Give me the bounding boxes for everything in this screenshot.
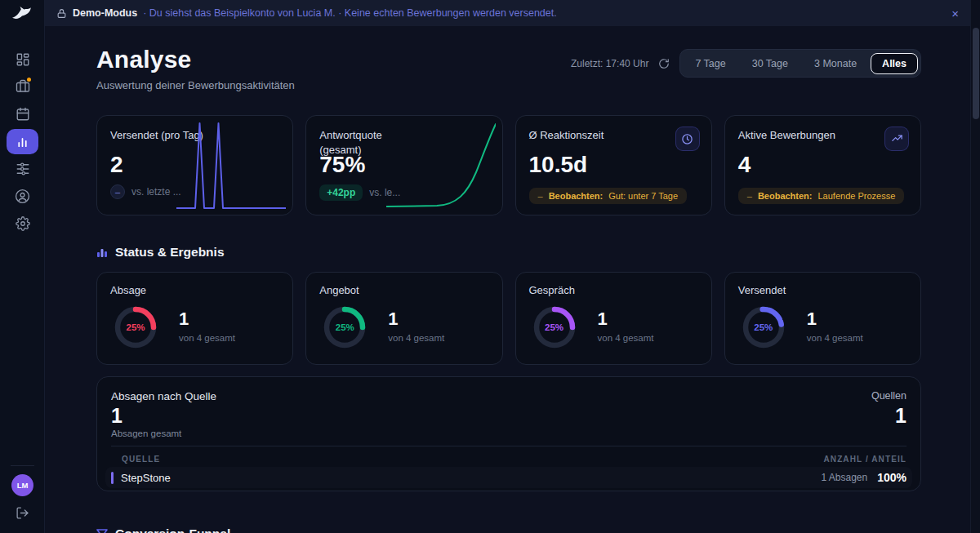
app-bird-logo-icon[interactable] bbox=[10, 4, 34, 24]
donut-percent-label: 25% bbox=[323, 305, 367, 349]
donut-chart-gespraech: 25% bbox=[532, 305, 577, 349]
refresh-button[interactable] bbox=[658, 58, 670, 69]
kpi-card-reaktionszeit[interactable]: Ø Reaktionszeit 10.5d – Beobachten: Gut:… bbox=[515, 115, 712, 215]
status-value: 1 bbox=[598, 309, 608, 330]
user-avatar[interactable]: LM bbox=[11, 474, 33, 496]
avatar-initials: LM bbox=[17, 481, 29, 490]
status-note: von 4 gesamt bbox=[807, 333, 863, 343]
status-card-gespraech[interactable]: Gespräch 25% 1 von 4 gesamt bbox=[515, 272, 712, 365]
sidebar: LM bbox=[0, 0, 45, 533]
status-title: Versendet bbox=[738, 284, 786, 296]
last-updated-text: Zuletzt: 17:40 Uhr bbox=[571, 58, 648, 69]
lock-icon bbox=[56, 8, 67, 19]
column-header-anzahl-anteil: ANZAHL / ANTEIL bbox=[824, 455, 907, 464]
sliders-icon bbox=[16, 162, 30, 176]
sidebar-item-dashboard[interactable] bbox=[0, 47, 45, 72]
status-card-versendet[interactable]: Versendet 25% 1 von 4 gesamt bbox=[724, 272, 921, 365]
kpi-card-antwortquote[interactable]: Antwortquote (gesamt) 75% +42pp vs. le..… bbox=[305, 115, 502, 215]
funnel-section-heading: Conversion-Funnel bbox=[96, 526, 230, 533]
status-card-angebot[interactable]: Angebot 25% 1 von 4 gesamt bbox=[305, 272, 502, 365]
header-controls: Zuletzt: 17:40 Uhr 7 Tage 30 Tage 3 Mona… bbox=[571, 49, 921, 78]
kpi-title: Aktive Bewerbungen bbox=[738, 128, 881, 143]
time-range-tabs: 7 Tage 30 Tage 3 Monate Alles bbox=[679, 49, 921, 78]
section-title: Conversion-Funnel bbox=[115, 526, 230, 533]
status-section-heading: Status & Ergebnis bbox=[96, 245, 225, 260]
kpi-title: Ø Reaktionszeit bbox=[529, 128, 672, 143]
user-circle-icon bbox=[15, 189, 30, 204]
sidebar-item-kalender[interactable] bbox=[0, 102, 45, 127]
status-value: 1 bbox=[388, 309, 398, 330]
sidebar-divider bbox=[11, 465, 34, 466]
badge-label: Beobachten: bbox=[758, 191, 813, 201]
kpi-value: 2 bbox=[110, 152, 123, 178]
status-value: 1 bbox=[807, 309, 817, 330]
column-header-quelle: QUELLE bbox=[122, 455, 160, 464]
dashboard-grid-icon bbox=[16, 52, 30, 67]
logout-icon bbox=[16, 506, 29, 520]
kpi-value: 10.5d bbox=[529, 152, 588, 178]
tab-3-monate[interactable]: 3 Monate bbox=[802, 53, 869, 74]
status-card-row: Absage 25% 1 von 4 gesamt Angebot 25% 1 bbox=[96, 272, 921, 365]
sidebar-item-einstellungen[interactable] bbox=[0, 211, 45, 236]
sources-total-label: Absagen gesamt bbox=[111, 429, 181, 438]
page-title: Analyse bbox=[96, 46, 295, 73]
status-title: Absage bbox=[110, 284, 146, 296]
status-title: Gespräch bbox=[529, 284, 575, 296]
banner-close-icon[interactable]: × bbox=[951, 7, 959, 20]
logout-button[interactable] bbox=[0, 500, 45, 525]
clock-icon bbox=[675, 127, 700, 151]
sidebar-item-filter[interactable] bbox=[0, 157, 45, 181]
page-header: Analyse Auswertung deiner Bewerbungsakti… bbox=[96, 46, 295, 91]
donut-percent-label: 25% bbox=[532, 305, 577, 349]
sources-count-label: Quellen bbox=[871, 390, 906, 402]
watch-status-badge: – Beobachten: Laufende Prozesse bbox=[738, 188, 905, 204]
positive-change-chip: +42pp bbox=[319, 184, 363, 201]
divider bbox=[111, 446, 906, 446]
status-value: 1 bbox=[179, 309, 189, 330]
source-count: 1 Absagen bbox=[821, 472, 867, 483]
kpi-comparison-note: vs. letzte ... bbox=[131, 186, 181, 198]
badge-label: Beobachten: bbox=[549, 191, 604, 201]
trend-up-icon bbox=[884, 127, 909, 151]
neutral-change-chip: – bbox=[110, 184, 125, 199]
badge-text: Gut: unter 7 Tage bbox=[608, 191, 678, 201]
kpi-card-row: Versendet (pro Tag) 2 – vs. letzte ... A… bbox=[96, 115, 921, 215]
source-color-bar bbox=[111, 472, 114, 484]
gear-icon bbox=[16, 216, 30, 231]
source-table-row[interactable]: StepStone 1 Absagen 100% bbox=[105, 467, 912, 488]
funnel-icon bbox=[96, 528, 108, 533]
growth-sparkline-chart bbox=[386, 120, 496, 211]
watch-status-badge: – Beobachten: Gut: unter 7 Tage bbox=[529, 188, 688, 204]
scrollbar-thumb[interactable] bbox=[973, 28, 979, 119]
page-subtitle: Auswertung deiner Bewerbungsaktivitäten bbox=[96, 79, 295, 91]
donut-percent-label: 25% bbox=[742, 305, 786, 349]
badge-text: Laufende Prozesse bbox=[818, 191, 896, 201]
main-content: Analyse Auswertung deiner Bewerbungsakti… bbox=[45, 26, 970, 533]
source-name: StepStone bbox=[121, 472, 171, 484]
demo-mode-banner: Demo-Modus · Du siehst das Beispielkonto… bbox=[45, 0, 970, 26]
sidebar-item-profil[interactable] bbox=[0, 184, 45, 208]
kpi-value: 75% bbox=[319, 152, 365, 178]
tab-30-tage[interactable]: 30 Tage bbox=[740, 53, 800, 74]
sources-title: Absagen nach Quelle bbox=[111, 390, 216, 402]
sources-total-value: 1 bbox=[111, 404, 122, 428]
tab-7-tage[interactable]: 7 Tage bbox=[683, 53, 737, 74]
kpi-value: 4 bbox=[738, 152, 751, 178]
status-title: Angebot bbox=[319, 284, 359, 296]
status-card-absage[interactable]: Absage 25% 1 von 4 gesamt bbox=[96, 272, 293, 365]
donut-chart-versendet: 25% bbox=[742, 305, 786, 349]
sidebar-item-bewerbungen[interactable] bbox=[0, 74, 45, 99]
absagen-nach-quelle-card: Absagen nach Quelle 1 Absagen gesamt Que… bbox=[96, 376, 921, 491]
demo-mode-label: Demo-Modus bbox=[73, 7, 137, 19]
section-title: Status & Ergebnis bbox=[115, 245, 225, 260]
refresh-icon bbox=[658, 58, 670, 69]
sidebar-item-analyse-active[interactable] bbox=[7, 129, 38, 154]
kpi-card-aktive-bewerbungen[interactable]: Aktive Bewerbungen 4 – Beobachten: Laufe… bbox=[724, 115, 921, 215]
donut-chart-angebot: 25% bbox=[323, 305, 367, 349]
status-note: von 4 gesamt bbox=[179, 333, 235, 343]
vertical-scrollbar[interactable] bbox=[970, 0, 980, 533]
tab-alles-active[interactable]: Alles bbox=[871, 53, 918, 74]
bar-chart-icon bbox=[16, 135, 29, 149]
kpi-card-versendet-pro-tag[interactable]: Versendet (pro Tag) 2 – vs. letzte ... bbox=[96, 115, 293, 215]
donut-chart-absage: 25% bbox=[114, 305, 158, 349]
